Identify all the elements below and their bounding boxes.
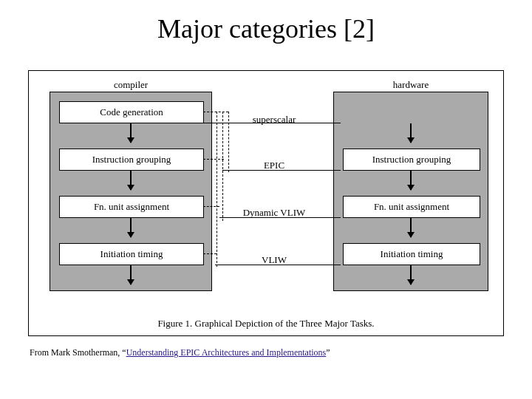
dashed-branch xyxy=(203,206,219,207)
connector-superscalar xyxy=(203,123,341,123)
arrow-icon xyxy=(410,123,412,143)
compiler-header: compiler xyxy=(50,79,211,91)
box-initiation-timing-left: Initiation timing xyxy=(59,243,204,265)
arrow-icon xyxy=(410,218,412,237)
connector-epic xyxy=(222,170,341,171)
dashed-branch xyxy=(203,159,224,160)
arrow-icon xyxy=(410,171,412,190)
box-code-generation: Code generation xyxy=(59,101,204,123)
arrow-icon xyxy=(130,171,132,190)
dashed-epic-line xyxy=(228,112,229,172)
box-fn-unit-assignment-right: Fn. unit assignment xyxy=(343,196,480,218)
box-instruction-grouping-right: Instruction grouping xyxy=(343,149,480,171)
arrow-icon xyxy=(130,218,132,237)
dashed-dynvliw-line xyxy=(222,112,223,221)
connector-dynvliw xyxy=(219,217,341,218)
box-fn-unit-assignment-left: Fn. unit assignment xyxy=(59,196,204,218)
arrow-icon xyxy=(130,123,132,143)
attribution-prefix: From Mark Smotherman, “ xyxy=(30,347,126,358)
hardware-column: hardware Instruction grouping Fn. unit a… xyxy=(333,92,488,291)
box-instruction-grouping-left: Instruction grouping xyxy=(59,149,204,171)
attribution-suffix: ” xyxy=(326,347,330,358)
attribution: From Mark Smotherman, “Understanding EPI… xyxy=(30,347,330,358)
dashed-branch xyxy=(203,253,216,254)
attribution-link[interactable]: Understanding EPIC Architectures and Imp… xyxy=(126,347,327,358)
compiler-column: compiler Code generation Instruction gro… xyxy=(50,92,212,291)
box-initiation-timing-right: Initiation timing xyxy=(343,243,480,265)
arrow-icon xyxy=(130,265,132,284)
figure-caption: Figure 1. Graphical Depiction of the Thr… xyxy=(29,318,503,330)
slide-title: Major categories [2] xyxy=(0,13,532,44)
arrow-icon xyxy=(410,265,412,284)
label-superscalar: superscalar xyxy=(222,114,326,126)
connector-vliw xyxy=(215,265,341,265)
dashed-branch xyxy=(203,112,228,112)
figure-frame: compiler Code generation Instruction gro… xyxy=(28,70,504,336)
hardware-header: hardware xyxy=(334,79,488,91)
dashed-vliw-line xyxy=(216,112,217,267)
